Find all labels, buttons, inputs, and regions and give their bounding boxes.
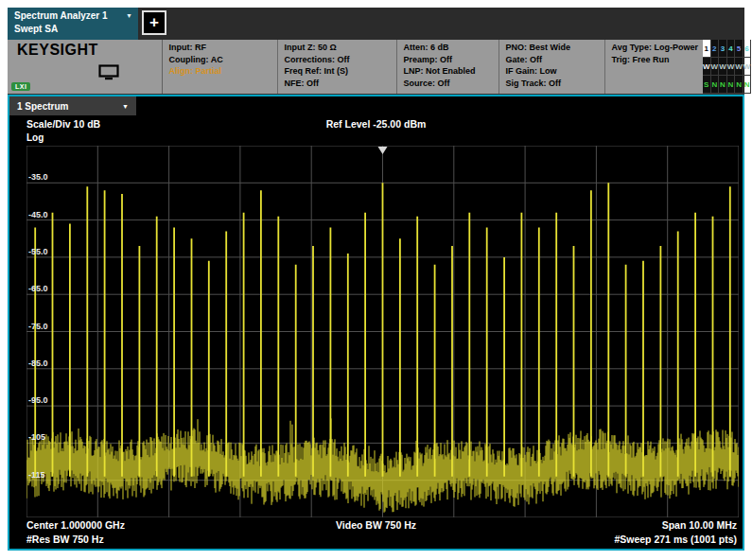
y-axis-label: -45.0 <box>28 210 48 219</box>
tab-title: Spectrum Analyzer 1 <box>14 9 108 23</box>
status-line: Corrections: Off <box>284 54 392 66</box>
keysight-logo: KEYSIGHT <box>8 40 162 59</box>
status-line: Gate: Off <box>505 54 600 66</box>
status-column-1: Input: RFCoupling: ACAlign: Partial <box>163 40 278 94</box>
status-column-4: PNO: Best WideGate: OffIF Gain: LowSig T… <box>499 40 605 94</box>
y-axis-label: -55.0 <box>28 247 48 256</box>
status-line: IF Gain: Low <box>505 65 600 78</box>
trace-cell-r2c1[interactable]: W <box>703 58 711 76</box>
trace-cell-r3c2[interactable]: N <box>711 76 720 94</box>
lxi-badge: LXI <box>11 82 30 91</box>
status-line: Input: RF <box>168 42 272 54</box>
status-line: Freq Ref: Int (S) <box>284 65 392 78</box>
measurement-selector[interactable]: 1 Spectrum ▼ <box>9 96 136 115</box>
measurement-dropdown-icon: ▼ <box>122 103 129 110</box>
footer-annotations: Center 1.000000 GHz Video BW 750 Hz Span… <box>9 517 743 549</box>
trace-cell-r2c5[interactable]: W <box>735 58 743 76</box>
spectrum-analyzer-window: Spectrum Analyzer 1 ▼ Swept SA + KEYSIGH… <box>8 8 744 551</box>
measurement-selector-label: 1 Spectrum <box>17 101 68 112</box>
tab-spectrum-analyzer-1[interactable]: Spectrum Analyzer 1 ▼ Swept SA <box>8 8 138 40</box>
plot-annotation-row: Scale/Div 10 dB Ref Level -25.00 dBm <box>9 115 743 132</box>
trace-cell-r3c4[interactable]: N <box>727 76 736 94</box>
status-line: LNP: Not Enabled <box>403 65 494 78</box>
video-bw-label: Video BW 750 Hz <box>9 519 743 531</box>
status-line: Preamp: Off <box>403 54 494 66</box>
spectrum-trace-svg <box>26 146 739 517</box>
ref-level-label: Ref Level -25.00 dBm <box>9 118 743 130</box>
status-line: Sig Track: Off <box>505 78 600 90</box>
status-columns: Input: RFCoupling: ACAlign: PartialInput… <box>163 40 703 94</box>
y-axis-label: -75.0 <box>28 322 48 331</box>
status-line: Coupling: AC <box>168 54 272 66</box>
trace-cell-r1c6[interactable]: 6 <box>743 40 752 58</box>
y-axis-label: -105 <box>28 432 45 442</box>
screenshot-page: Spectrum Analyzer 1 ▼ Swept SA + KEYSIGH… <box>0 0 752 560</box>
trace-cell-r1c2[interactable]: 2 <box>711 40 720 58</box>
sweep-label: #Sweep 271 ms (1001 pts) <box>614 534 737 545</box>
trace-cell-r2c2[interactable]: W <box>711 58 720 76</box>
tab-bar: Spectrum Analyzer 1 ▼ Swept SA + <box>8 8 744 40</box>
trace-cell-r1c5[interactable]: 5 <box>735 40 743 58</box>
log-scale-label: Log <box>9 132 743 146</box>
status-column-3: Atten: 6 dBPreamp: OffLNP: Not EnabledSo… <box>397 40 499 94</box>
tab-subtitle: Swept SA <box>14 23 132 36</box>
trace-cell-r2c6[interactable]: W <box>743 58 752 76</box>
span-label: Span 10.00 MHz <box>662 519 737 531</box>
measurement-bar: 1 Spectrum ▼ <box>9 96 743 115</box>
remote-display-icon[interactable] <box>98 64 119 80</box>
y-axis-label: -65.0 <box>28 284 48 293</box>
brand-column: KEYSIGHT LXI <box>8 40 163 94</box>
trace-cell-r3c5[interactable]: N <box>735 76 743 94</box>
measurement-area: 1 Spectrum ▼ Scale/Div 10 dB Ref Level -… <box>8 95 744 551</box>
trace-cell-r1c3[interactable]: 3 <box>719 40 727 58</box>
y-axis-label: -35.0 <box>28 172 48 182</box>
trace-cell-r1c4[interactable]: 4 <box>727 40 736 58</box>
status-line: Atten: 6 dB <box>403 42 494 54</box>
status-column-5: Avg Type: Log-PowerTrig: Free Run <box>605 40 703 94</box>
status-line: Avg Type: Log-Power <box>611 42 698 54</box>
trace-cell-r1c1[interactable]: 1 <box>703 40 711 58</box>
trace-cell-r2c4[interactable]: W <box>727 58 736 76</box>
y-axis-label: -115 <box>28 470 45 480</box>
trace-cell-r3c1[interactable]: S <box>703 76 711 94</box>
spectrum-plot[interactable]: -35.0-45.0-55.0-65.0-75.0-85.0-95.0-105-… <box>26 146 739 517</box>
trace-cell-r2c3[interactable]: W <box>719 58 727 76</box>
trace-table[interactable]: 123456WWWWWWSNNNNN <box>703 40 744 94</box>
y-axis-label: -85.0 <box>28 359 48 368</box>
status-line: NFE: Off <box>284 78 392 90</box>
status-line: Trig: Free Run <box>611 54 698 66</box>
add-tab-button[interactable]: + <box>142 10 166 35</box>
trace-cell-r3c3[interactable]: N <box>719 76 727 94</box>
res-bw-label: #Res BW 750 Hz <box>26 534 104 545</box>
status-line: Input Z: 50 Ω <box>284 42 392 54</box>
status-line: Align: Partial <box>168 65 272 78</box>
tab-dropdown-icon[interactable]: ▼ <box>126 9 132 23</box>
status-line: PNO: Best Wide <box>505 42 600 54</box>
trace-cell-r3c6[interactable]: N <box>743 76 752 94</box>
status-line: Source: Off <box>403 78 494 90</box>
y-axis-label: -95.0 <box>28 395 48 405</box>
status-column-2: Input Z: 50 ΩCorrections: OffFreq Ref: I… <box>278 40 397 94</box>
status-header: KEYSIGHT LXI Input: RFCoupling: ACAlign:… <box>8 40 744 95</box>
